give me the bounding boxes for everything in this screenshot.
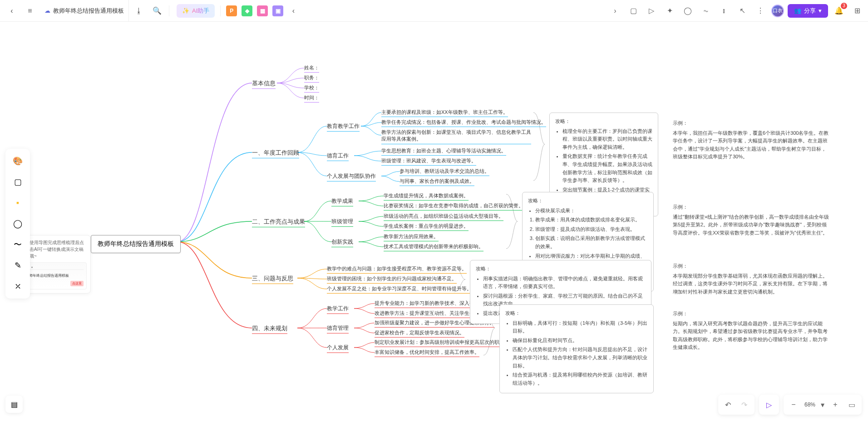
redo-button[interactable]: ↷ (736, 397, 753, 413)
zoom-level[interactable]: 68% (802, 401, 818, 408)
frame-tool-icon[interactable]: ▢ (9, 173, 26, 191)
present-button[interactable]: ▷ (761, 397, 777, 413)
leaf[interactable]: 与同事、家长合作的案例及成效。 (399, 178, 474, 186)
zoom-in-button[interactable]: + (827, 397, 843, 413)
spark-icon[interactable]: ✦ (662, 4, 677, 18)
note-example-1[interactable]: 示例： 本学年，我担任高一年级数学教学，覆盖6个班级共计300名学生。在教学任务… (667, 115, 835, 166)
note-example-4[interactable]: 示例： 短期内，将深入研究高考数学试题命题趋势，提升高三学生的应试能力。长期规划… (667, 305, 835, 356)
shape-tool-icon[interactable]: ◯ (9, 215, 26, 232)
canvas[interactable]: 🎨 ▢ ▪ ◯ 〜 ✎ ⤫ ▤ ↶ ↷ ▷ − 68% ▾ + ▭ 👆使用导图完… (0, 22, 868, 421)
leaf[interactable]: 教学中的难点与问题：如学生接受程度不均、教学资源不足等。 (327, 265, 467, 274)
share-icon: 👥 (794, 7, 801, 14)
more-icon[interactable]: ⋮ (753, 4, 768, 18)
sub-teach-work[interactable]: 教学工作 (327, 305, 349, 314)
leaf[interactable]: 时间： (304, 94, 319, 103)
sticky-tool-icon[interactable]: ▪ (9, 194, 26, 211)
left-toolbar: 🎨 ▢ ▪ ◯ 〜 ✎ ⤫ (5, 149, 30, 299)
leaf[interactable]: 学生成绩提升情况，具体数据或案例。 (384, 192, 469, 201)
leaf[interactable]: 参与培训、教研活动及学术交流的总结。 (399, 168, 489, 176)
sub-innovation[interactable]: 创新实践 (331, 238, 353, 247)
leaf[interactable]: 主要承担的课程及班级：如XX年级数学、班主任工作等。 (381, 109, 508, 117)
leaf[interactable]: 教学任务完成情况：包括备课、授课、作业批改、考试命题与批阅等情况。 (381, 119, 546, 127)
leaf[interactable]: 姓名： (304, 64, 319, 73)
document-title[interactable]: ☁ 教师年终总结报告通用模板 (40, 0, 129, 21)
zoom-menu-button[interactable]: ▾ (818, 397, 827, 413)
leaf[interactable]: 技术工具或管理模式的创新带来的积极影响。 (384, 243, 483, 251)
leaf[interactable]: 班级管理的困境：如个别学生的行为问题或家校沟通不足。 (327, 275, 457, 284)
connector-tool-icon[interactable]: ⤫ (9, 278, 26, 295)
fit-button[interactable]: ▭ (843, 397, 860, 413)
cloud-icon: ☁ (44, 7, 50, 14)
chevron-down-icon: ▾ (819, 7, 822, 14)
mindmap: 教师年终总结报告通用模板 基本信息 姓名： 职务： 学校： 时间： 一、年度工作… (73, 54, 863, 421)
search-button[interactable]: 🔍 (149, 3, 165, 19)
leaf[interactable]: 学生成长案例：重点学生的明显进步。 (384, 223, 469, 231)
bottom-toolbar: ↶ ↷ ▷ − 68% ▾ + ▭ (718, 395, 862, 415)
leaf[interactable]: 制定职业发展计划：参加高级别培训或申报更高层次的职称。 (375, 339, 509, 347)
leaf[interactable]: 比赛获奖情况：如学生在竞赛中取得的成绩，自己所获的荣誉。 (384, 202, 523, 210)
box-icon[interactable]: ▢ (626, 4, 641, 18)
sub-class-mgmt[interactable]: 班级管理 (331, 218, 353, 227)
app-icon-4[interactable]: ▣ (272, 5, 283, 16)
pen-tool-icon[interactable]: 〜 (9, 236, 26, 253)
branch-problems[interactable]: 三、问题与反思 (252, 274, 293, 284)
note-example-2[interactable]: 示例： 通过"翻转课堂+线上测评"结合的教学创新，高一数学成绩排名由全年级第5提… (667, 199, 835, 241)
leaf[interactable]: 教学方法的探索与创新：如课堂互动、项目式学习、信息化教学工具应用等具体案例。 (381, 129, 531, 144)
note-strategy-4[interactable]: 攻略： 目标明确，具体可行：按短期（1年内）和长期（3-5年）列出目标。确保目标… (499, 304, 654, 393)
notification-button[interactable]: 🔔3 (832, 4, 846, 18)
line-icon[interactable]: ⏦ (699, 4, 713, 18)
play-icon[interactable]: ▷ (644, 4, 659, 18)
cursor-icon[interactable]: ↖ (735, 4, 750, 18)
sub-moral-mgmt[interactable]: 德育管理 (327, 324, 349, 333)
sub-teach-results[interactable]: 教学成果 (331, 197, 353, 206)
title-text: 教师年终总结报告通用模板 (53, 7, 124, 15)
ai-label: AI助手 (192, 7, 209, 15)
brush-tool-icon[interactable]: ✎ (9, 257, 26, 274)
leaf[interactable]: 班级管理：班风建设、学生表现与改进等。 (381, 157, 476, 166)
app-icon-1[interactable]: P (226, 5, 237, 16)
collapse-button[interactable]: ‹ (285, 3, 301, 19)
sub-personal-dev[interactable]: 个人发展与团队协作 (327, 172, 376, 181)
leaf[interactable]: 促进家校合作，定期反馈学生表现情况。 (375, 329, 464, 338)
sparkle-icon: ✨ (182, 7, 189, 14)
panel-toggle-button[interactable]: ▤ (5, 396, 23, 413)
leaf[interactable]: 班级活动的亮点，如组织班级公益活动或大型项目等。 (384, 213, 503, 221)
branch-highlights[interactable]: 二、工作亮点与成果 (252, 218, 305, 227)
leaf[interactable]: 丰富知识储备，优化时间安排，提高工作效率。 (375, 349, 479, 357)
top-toolbar: ‹ ≡ ☁ 教师年终总结报告通用模板 ⭳ 🔍 ✨ AI助手 P ◆ ▦ ▣ ‹ … (0, 0, 868, 22)
ai-assistant-button[interactable]: ✨ AI助手 (177, 4, 215, 18)
sub-self-dev[interactable]: 个人发展 (327, 344, 349, 353)
menu-button[interactable]: ≡ (22, 3, 38, 19)
sub-teaching[interactable]: 教育教学工作 (327, 122, 360, 132)
leaf[interactable]: 学生思想教育：如班会主题、心理辅导等活动实施情况。 (381, 147, 506, 156)
leaf[interactable]: 学校： (304, 84, 319, 93)
avatar[interactable]: 口衣 (771, 5, 784, 17)
leaf[interactable]: 教学新方法的应用效果。 (384, 233, 439, 241)
back-button[interactable]: ‹ (4, 3, 20, 19)
branch-future[interactable]: 四、未来规划 (252, 324, 287, 334)
expand-icon[interactable]: › (608, 4, 622, 18)
undo-button[interactable]: ↶ (720, 397, 736, 413)
branch-annual-review[interactable]: 一、年度工作回顾 (252, 149, 299, 158)
app-icon-2[interactable]: ◆ (242, 5, 252, 16)
zoom-out-button[interactable]: − (785, 397, 802, 413)
leaf[interactable]: 个人发展不足之处：如专业学习深度不足、时间管理有待提升等。 (327, 285, 472, 294)
settings-icon[interactable]: ⊞ (850, 4, 864, 18)
leaf[interactable]: 职务： (304, 74, 319, 83)
sub-moral[interactable]: 德育工作 (327, 152, 349, 161)
download-button[interactable]: ⭳ (131, 3, 147, 19)
root-node[interactable]: 教师年终总结报告通用模板 (91, 235, 181, 253)
chart-icon[interactable]: ⫾ (717, 4, 731, 18)
app-icon-3[interactable]: ▦ (257, 5, 268, 16)
notif-badge: 3 (841, 3, 847, 9)
circle-icon[interactable]: ◯ (681, 4, 695, 18)
branch-basic-info[interactable]: 基本信息 (252, 79, 276, 89)
ai-tool-icon[interactable]: 🎨 (9, 152, 26, 170)
share-button[interactable]: 👥 分享 ▾ (788, 4, 828, 18)
note-example-3[interactable]: 示例： 本学期发现部分学生数学基础薄弱，尤其体现在函数应用题的理解上。经过调查，… (667, 258, 835, 300)
